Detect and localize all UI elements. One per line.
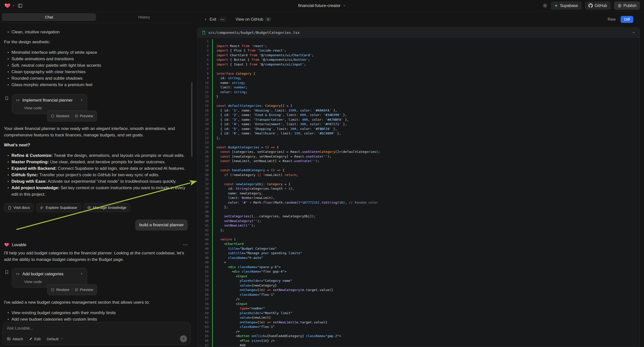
manage-knowledge-label: Manage knowledge xyxy=(93,204,126,211)
publish-button[interactable]: Publish xyxy=(614,2,640,10)
restore-label: Restore xyxy=(56,113,70,119)
assistant-name: Lovable xyxy=(12,242,26,248)
code-workspace: Exit esc View on GitHub 6 Raw Diff s xyxy=(193,12,644,347)
preview-label: Preview xyxy=(80,113,93,119)
chevron-left-icon xyxy=(204,18,207,21)
explore-supabase-button[interactable]: Explore Supabase xyxy=(36,203,81,212)
eye-icon xyxy=(87,206,91,210)
assistant-header: Lovable xyxy=(4,242,188,248)
code-icon xyxy=(16,272,20,276)
explore-supabase-label: Explore Supabase xyxy=(46,204,77,211)
chat-panel: Chat History Clean, intuitive navigation… xyxy=(0,12,193,347)
list-item: Master Prompting: Use clear, detailed, a… xyxy=(12,159,188,165)
attach-label: Attach xyxy=(12,337,23,341)
list-item: Minimalist interface with plenty of whit… xyxy=(12,49,188,56)
next-steps-list: Refine & Customize: Tweak the design, an… xyxy=(4,152,188,198)
message-menu-button[interactable] xyxy=(183,244,188,246)
restore-button[interactable]: Restore xyxy=(48,112,72,120)
exit-button[interactable]: Exit esc xyxy=(204,17,226,22)
heart-logo-icon xyxy=(4,2,11,9)
chevron-down-icon xyxy=(342,4,346,7)
heart-logo-icon xyxy=(4,242,10,247)
assistant-reply-intro: I'll help you add budget categories to t… xyxy=(4,250,188,263)
scrollbar-thumb[interactable] xyxy=(191,82,192,157)
tab-history[interactable]: History xyxy=(97,13,191,21)
whats-next-heading: What's next? xyxy=(4,142,188,148)
esc-kbd-badge: esc xyxy=(218,17,227,22)
supabase-bolt-icon xyxy=(40,206,44,210)
visit-docs-label: Visit docs xyxy=(14,204,30,211)
bookmark-icon[interactable] xyxy=(4,96,9,102)
file-added-icon xyxy=(202,30,206,34)
list-item: View existing budget categories with the… xyxy=(12,310,188,316)
view-on-github-button[interactable]: View on GitHub 6 xyxy=(236,17,271,22)
external-link-icon xyxy=(75,288,78,292)
list-item: Add project knowledge: Set key context o… xyxy=(12,185,188,198)
exit-label: Exit xyxy=(210,17,216,22)
globe-icon xyxy=(618,4,622,8)
gear-icon[interactable] xyxy=(543,3,548,8)
list-item: Refine & Customize: Tweak the design, an… xyxy=(12,152,188,159)
list-item: Rounded corners and subtle shadows xyxy=(12,75,188,82)
tab-chat[interactable]: Chat xyxy=(2,13,96,21)
code-lines: import React from 'react';import { Plus … xyxy=(213,39,640,347)
scrolled-list: Clean, intuitive navigation xyxy=(4,29,188,35)
attach-button[interactable]: Attach xyxy=(7,337,23,341)
collapse-file-button[interactable] xyxy=(632,30,636,34)
chevron-right-icon xyxy=(80,98,84,102)
send-arrow-icon xyxy=(182,337,185,340)
assistant-reply-summary: I've added a new budget categories manag… xyxy=(4,299,188,306)
code-editor[interactable]: 1234567891011121314151617181920212223242… xyxy=(198,38,640,347)
image-attach-icon xyxy=(7,337,11,341)
chevron-down-icon xyxy=(60,337,63,340)
project-selector[interactable]: financial-future-creator xyxy=(298,0,346,11)
project-name: financial-future-creator xyxy=(298,3,340,8)
visit-docs-button[interactable]: Visit docs xyxy=(4,203,34,212)
supabase-button[interactable]: Supabase xyxy=(551,2,582,10)
edit-card-title: Add budget categories xyxy=(22,270,64,277)
raw-button[interactable]: Raw xyxy=(608,17,616,22)
list-item: Soft, neutral color palette with light b… xyxy=(12,62,188,69)
edit-card-wrap: Implement financial planner View code xyxy=(4,94,188,114)
edit-label: Edit xyxy=(34,337,41,341)
file-header[interactable]: src/components/budget/BudgetCategories.t… xyxy=(198,28,640,38)
design-intro: For the design aesthetic: xyxy=(4,39,188,45)
github-button[interactable]: GitHub xyxy=(585,2,611,10)
send-button[interactable] xyxy=(180,335,187,342)
restore-label: Restore xyxy=(56,286,70,293)
assistant-summary: Your sleek financial planner is now read… xyxy=(4,126,188,138)
lovable-logo-menu[interactable] xyxy=(4,2,15,9)
code-icon xyxy=(16,98,20,102)
sidebar-toggle-icon[interactable] xyxy=(18,3,23,8)
manage-knowledge-button[interactable]: Manage knowledge xyxy=(84,203,130,212)
app-window: financial-future-creator Supabase GitHub xyxy=(0,0,644,347)
list-item: GitHub Sync: Transfer your project’s cod… xyxy=(12,172,188,178)
doc-icon xyxy=(8,206,12,210)
view-on-github-label: View on GitHub xyxy=(236,17,263,22)
topbar: financial-future-creator Supabase GitHub xyxy=(0,0,644,12)
quick-actions: Visit docs Explore Supabase Manage knowl… xyxy=(4,203,188,212)
code-card: src/components/budget/BudgetCategories.t… xyxy=(198,28,640,347)
chevron-down-icon xyxy=(12,4,15,7)
version-toolbar: Restore Preview xyxy=(47,284,97,295)
chat-input[interactable] xyxy=(7,326,186,331)
editor-toolbar: Exit esc View on GitHub 6 Raw Diff xyxy=(198,12,640,28)
version-toolbar: Restore Preview xyxy=(47,110,97,122)
file-path: src/components/budget/BudgetCategories.t… xyxy=(208,30,300,34)
list-item: Clean typography with clear hierarchies xyxy=(12,69,188,75)
design-bullets: Minimalist interface with plenty of whit… xyxy=(4,49,188,88)
edit-mode-button[interactable]: Edit xyxy=(29,337,41,341)
diff-button[interactable]: Diff xyxy=(620,16,633,23)
mode-selector[interactable]: Default xyxy=(46,337,63,341)
user-message: build a financial planner xyxy=(135,220,188,230)
pencil-icon xyxy=(29,337,32,340)
restore-button[interactable]: Restore xyxy=(48,286,72,294)
list-item: Subtle animations and transitions xyxy=(12,56,188,62)
bookmark-icon[interactable] xyxy=(4,270,9,276)
preview-button[interactable]: Preview xyxy=(72,112,96,120)
reply-bullets: View existing budget categories with the… xyxy=(4,310,188,320)
supabase-bolt-icon xyxy=(554,4,558,8)
list-item: Glass-morphic elements for a premium fee… xyxy=(12,82,188,88)
publish-label: Publish xyxy=(624,4,636,8)
preview-button[interactable]: Preview xyxy=(72,286,96,294)
